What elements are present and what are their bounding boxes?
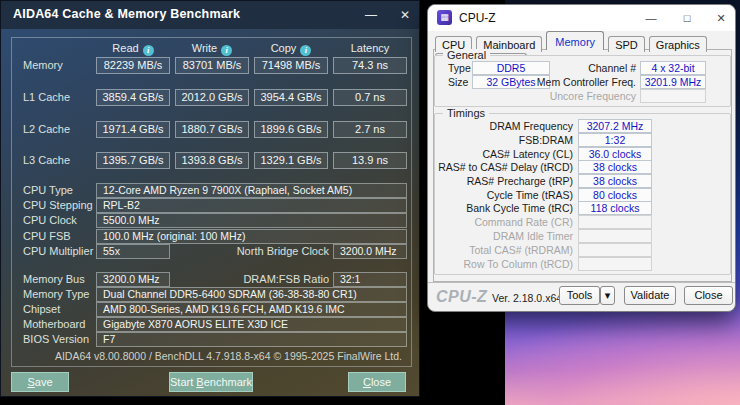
cpu-stepping-value: RPL-B2 xyxy=(96,198,407,213)
cpuz-window: ▦ CPU-Z — □ ✕ CPU Mainboard Memory SPD G… xyxy=(427,4,736,312)
cpuz-tab-bar: CPU Mainboard Memory SPD Graphics Bench … xyxy=(435,32,735,49)
label-cpu-fsb: CPU FSB xyxy=(23,230,71,242)
timings-groupbox-title: Timings xyxy=(443,107,489,119)
label-memory-type: Memory Type xyxy=(23,288,89,300)
cpu-clock-value: 5500.0 MHz xyxy=(96,213,407,228)
label-total-cas: Total CAS# (tRDRAM) xyxy=(436,244,573,256)
l3-write-value: 1393.8 GB/s xyxy=(175,152,249,169)
cpuz-statusbar: CPU-Z Ver. 2.18.0.x64 Tools ▾ Validate C… xyxy=(428,282,735,312)
memory-read-value: 82239 MB/s xyxy=(96,57,170,74)
label-cpu-type: CPU Type xyxy=(23,184,73,196)
cpu-fsb-value: 100.0 MHz (original: 100 MHz) xyxy=(96,229,407,244)
cpuz-close-button[interactable]: Close xyxy=(684,286,733,305)
info-icon[interactable]: i xyxy=(300,45,311,56)
label-motherboard: Motherboard xyxy=(23,318,85,330)
tab-memory[interactable]: Memory xyxy=(546,31,604,50)
dram-frequency-value: 3207.2 MHz xyxy=(578,119,652,133)
ras-precharge-value: 38 clocks xyxy=(578,174,652,188)
bank-cycle-time-value: 118 clocks xyxy=(578,201,652,215)
cpuz-app-icon: ▦ xyxy=(437,10,452,25)
label-type: Type xyxy=(448,62,471,74)
dram-fsb-ratio-value: 32:1 xyxy=(333,272,407,287)
close-icon[interactable]: ✕ xyxy=(708,9,734,27)
label-channel: Channel # xyxy=(536,62,636,74)
cpu-multiplier-value: 55x xyxy=(96,244,170,259)
aida64-window-title: AIDA64 Cache & Memory Benchmark xyxy=(13,7,240,21)
label-fsb-dram: FSB:DRAM xyxy=(436,134,573,146)
info-icon[interactable]: i xyxy=(143,45,154,56)
aida64-titlebar[interactable]: AIDA64 Cache & Memory Benchmark — ✕ xyxy=(1,1,419,29)
l1-read-value: 3859.4 GB/s xyxy=(96,89,170,106)
memory-type-value: Dual Channel DDR5-6400 SDRAM (36-38-38-8… xyxy=(96,287,407,302)
l2-read-value: 1971.4 GB/s xyxy=(96,121,170,138)
label-mem-controller-freq: Mem Controller Freq. xyxy=(533,76,636,88)
l2-copy-value: 1899.6 GB/s xyxy=(254,121,328,138)
label-dram-frequency: DRAM Frequency xyxy=(436,120,573,132)
uncore-frequency-value xyxy=(640,89,706,103)
label-command-rate: Command Rate (CR) xyxy=(436,216,573,228)
memory-bus-value: 3200.0 MHz xyxy=(96,272,170,287)
l2-write-value: 1880.7 GB/s xyxy=(175,121,249,138)
label-dram-idle-timer: DRAM Idle Timer xyxy=(436,230,573,242)
label-chipset: Chipset xyxy=(23,303,60,315)
label-size: Size xyxy=(448,76,468,88)
row-label-l1: L1 Cache xyxy=(23,91,70,103)
label-cpu-multiplier: CPU Multiplier xyxy=(23,245,93,257)
column-header-write: Writei xyxy=(175,42,249,56)
minimize-icon[interactable]: — xyxy=(638,9,664,27)
cpuz-window-title: CPU-Z xyxy=(459,11,496,25)
total-cas-value xyxy=(578,243,652,257)
info-icon[interactable]: i xyxy=(221,45,232,56)
label-ras-precharge: RAS# Precharge (tRP) xyxy=(436,175,573,187)
l2-latency-value: 2.7 ns xyxy=(333,121,407,138)
label-memory-bus: Memory Bus xyxy=(23,273,85,285)
tools-button[interactable]: Tools xyxy=(559,286,600,305)
l3-latency-value: 13.9 ns xyxy=(333,152,407,169)
cycle-time-tras-value: 80 clocks xyxy=(578,188,652,202)
bios-version-value: F7 xyxy=(96,332,407,347)
label-cpu-stepping: CPU Stepping xyxy=(23,199,93,211)
l1-latency-value: 0.7 ns xyxy=(333,89,407,106)
aida64-window: AIDA64 Cache & Memory Benchmark — ✕ Read… xyxy=(0,0,420,397)
label-dram-fsb-ratio: DRAM:FSB Ratio xyxy=(201,273,329,285)
column-header-read: Readi xyxy=(96,42,170,56)
label-bank-cycle-time: Bank Cycle Time (tRC) xyxy=(436,202,573,214)
l3-copy-value: 1329.1 GB/s xyxy=(254,152,328,169)
tools-dropdown-icon[interactable]: ▾ xyxy=(600,286,615,305)
start-benchmark-button[interactable]: Start Benchmark xyxy=(169,372,253,392)
row-to-column-value xyxy=(578,257,652,271)
validate-button[interactable]: Validate xyxy=(624,286,676,305)
chipset-value: AMD 800-Series, AMD K19.6 FCH, AMD K19.6… xyxy=(96,302,407,317)
memory-write-value: 83701 MB/s xyxy=(175,57,249,74)
aida64-version-footer: AIDA64 v8.00.8000 / BenchDLL 4.7.918.8-x… xyxy=(55,350,402,362)
tab-graphics[interactable]: Graphics xyxy=(649,36,707,52)
dram-idle-timer-value xyxy=(578,229,652,243)
label-uncore-frequency: Uncore Frequency xyxy=(533,90,636,102)
row-label-memory: Memory xyxy=(23,59,63,71)
cpuz-logo: CPU-Z xyxy=(436,288,487,306)
memory-copy-value: 71498 MB/s xyxy=(254,57,328,74)
cpu-type-value: 12-Core AMD Ryzen 9 7900X (Raphael, Sock… xyxy=(96,183,407,198)
tab-spd[interactable]: SPD xyxy=(608,36,645,52)
label-north-bridge-clock: North Bridge Clock xyxy=(201,245,329,257)
l3-read-value: 1395.7 GB/s xyxy=(96,152,170,169)
label-ras-to-cas-delay: RAS# to CAS# Delay (tRCD) xyxy=(436,161,573,173)
label-bios-version: BIOS Version xyxy=(23,333,89,345)
general-groupbox-title: General xyxy=(443,49,490,61)
label-cycle-time-tras: Cycle Time (tRAS) xyxy=(436,189,573,201)
ras-to-cas-delay-value: 38 clocks xyxy=(578,160,652,174)
minimize-icon[interactable]: — xyxy=(358,6,384,24)
mem-controller-freq-value: 3201.9 MHz xyxy=(640,75,706,89)
row-label-l3: L3 Cache xyxy=(23,154,70,166)
column-header-copy: Copyi xyxy=(254,42,328,56)
save-button[interactable]: Save xyxy=(11,372,69,392)
l1-copy-value: 3954.4 GB/s xyxy=(254,89,328,106)
cpuz-titlebar[interactable]: ▦ CPU-Z — □ ✕ xyxy=(428,5,735,31)
label-cpu-clock: CPU Clock xyxy=(23,214,77,226)
close-button[interactable]: Close xyxy=(348,372,406,392)
l1-write-value: 2012.0 GB/s xyxy=(175,89,249,106)
maximize-icon[interactable]: □ xyxy=(674,9,700,27)
close-icon[interactable]: ✕ xyxy=(392,6,418,24)
cas-latency-value: 36.0 clocks xyxy=(578,147,652,161)
command-rate-value xyxy=(578,215,652,229)
